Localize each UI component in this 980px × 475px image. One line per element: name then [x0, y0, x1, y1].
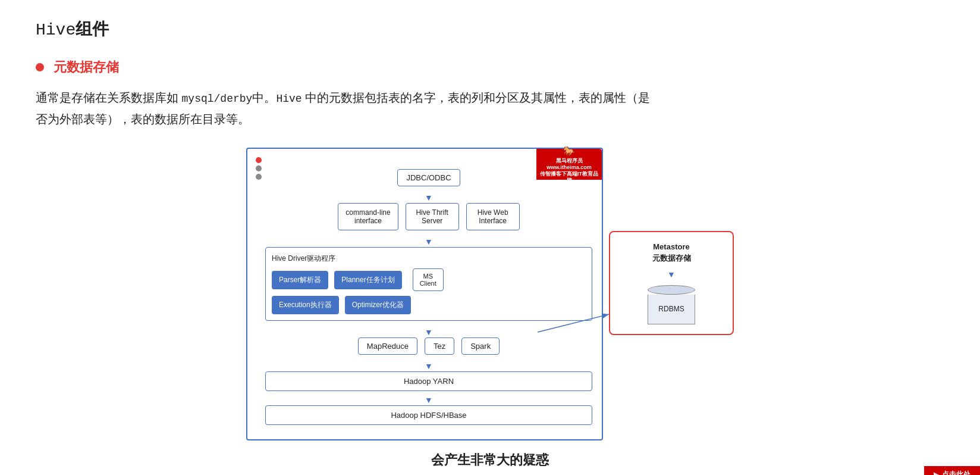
- watermark-logo: 🐎 黑马程序员 www.itheima.com 传智播客下高端IT教育品牌: [536, 149, 602, 180]
- arrow-down-1: ▼: [265, 193, 592, 202]
- diagram-outer: 🐎 黑马程序员 www.itheima.com 传智播客下高端IT教育品牌 JD…: [246, 148, 734, 440]
- page-title: Hive组件: [36, 18, 944, 40]
- jdbc-node: JDBC/ODBC: [397, 169, 460, 186]
- watermark-text2: www.itheima.com: [546, 164, 592, 171]
- cyl-body: RDBMS: [648, 295, 695, 324]
- bullet-label: 元数据存储: [54, 58, 119, 76]
- dot-red: [256, 157, 262, 163]
- mapreduce-node: MapReduce: [358, 338, 417, 355]
- driver-label: Hive Driver驱动程序: [272, 254, 586, 264]
- interface-thrift: Hive ThriftServer: [406, 203, 459, 230]
- processing-row: MapReduce Tez Spark: [265, 338, 592, 355]
- optimizer-btn[interactable]: Optimizer优化器: [345, 296, 411, 314]
- ms-client-box: MSClient: [413, 268, 444, 291]
- hadoop-yarn-box: Hadoop YARN: [265, 371, 592, 391]
- arrow-down-4: ▼: [265, 362, 592, 370]
- dot-red3: [256, 174, 262, 180]
- bullet-item-metadata: 元数据存储: [36, 58, 944, 76]
- watermark-icon: 🐎: [563, 145, 575, 157]
- metastore-section: Metastore 元数据存储 ▼ RDBMS: [609, 231, 734, 335]
- arrow-down-3: ▼: [265, 328, 592, 336]
- diagram-dots: [256, 157, 262, 180]
- spark-node: Spark: [461, 338, 500, 355]
- bullet-dot: [36, 63, 44, 71]
- page-content: Hive组件 元数据存储 通常是存储在关系数据库如 mysql/derby中。H…: [0, 0, 980, 475]
- planner-btn[interactable]: Planner任务计划: [334, 271, 401, 289]
- interface-row: command-lineinterface Hive ThriftServer …: [265, 203, 592, 230]
- watermark-text1: 黑马程序员: [556, 158, 583, 164]
- rdbms-label: RDBMS: [658, 305, 684, 313]
- title-suffix: 组件: [76, 20, 109, 38]
- bottom-right-badge[interactable]: ▶ 点击此处: [924, 466, 980, 475]
- hadoop-hdfs-box: Hadoop HDFS/HBase: [265, 405, 592, 425]
- diagram-main-box: 🐎 黑马程序员 www.itheima.com 传智播客下高端IT教育品牌 JD…: [246, 148, 603, 440]
- parser-btn[interactable]: Parser解析器: [272, 271, 328, 289]
- interface-commandline: command-lineinterface: [338, 203, 398, 230]
- execution-btn[interactable]: Execution执行器: [272, 296, 339, 314]
- driver-row-2: Execution执行器 Optimizer优化器: [272, 296, 586, 314]
- driver-section: Hive Driver驱动程序 Parser解析器 Planner任务计划 MS…: [265, 247, 592, 321]
- metastore-title: Metastore 元数据存储: [652, 242, 691, 263]
- diagram-wrapper: 🐎 黑马程序员 www.itheima.com 传智播客下高端IT教育品牌 JD…: [36, 148, 944, 440]
- interface-web: Hive WebInterface: [466, 203, 520, 230]
- subtitle-bar: 会产生非常大的疑惑: [36, 446, 944, 471]
- description-text: 通常是存储在关系数据库如 mysql/derby中。Hive 中的元数据包括表的…: [36, 87, 944, 130]
- driver-row-1: Parser解析器 Planner任务计划 MSClient: [272, 268, 586, 291]
- badge-text: ▶: [934, 471, 938, 475]
- arrow-down-2: ▼: [265, 238, 592, 246]
- cyl-top: [648, 285, 695, 295]
- dot-red2: [256, 165, 262, 171]
- badge-label: 点击此处: [942, 470, 970, 475]
- subtitle-text: 会产生非常大的疑惑: [431, 452, 549, 467]
- title-hive-mono: Hive: [36, 21, 76, 39]
- tez-node: Tez: [425, 338, 454, 355]
- db-cylinder: RDBMS: [648, 285, 695, 324]
- arrow-down-5: ▼: [265, 396, 592, 404]
- watermark-text3: 传智播客下高端IT教育品牌: [539, 171, 599, 184]
